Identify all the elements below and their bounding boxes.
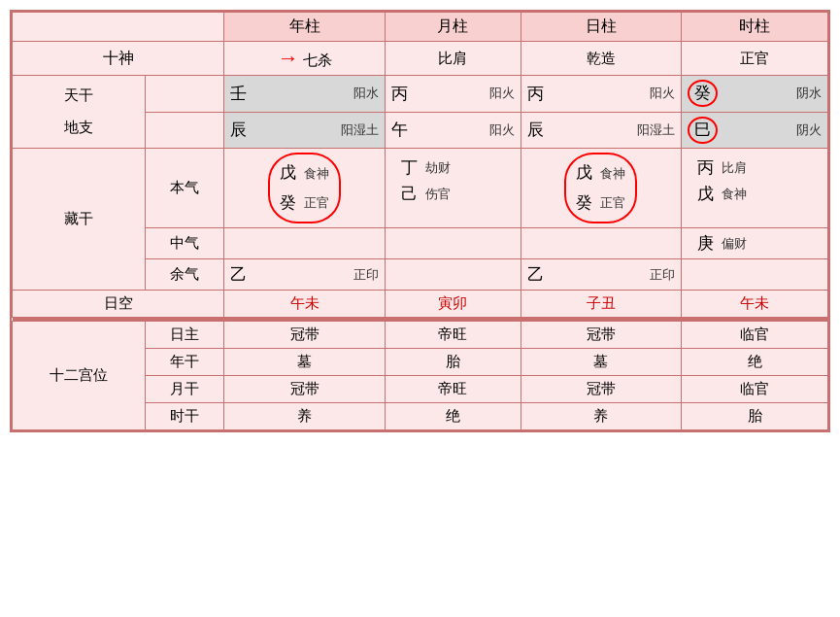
rikong-ri: 子丑 <box>521 291 682 318</box>
shier-rizhu-row: 十二宫位 日主 冠带 帝旺 冠带 临官 <box>13 322 828 349</box>
benqi-label: 本气 <box>146 149 224 228</box>
shier-nian-shigan: 养 <box>224 403 386 430</box>
shier-label: 十二宫位 <box>13 322 146 430</box>
rikong-nian: 午未 <box>224 291 386 318</box>
zanggan-nian-ben: 戊 食神 癸 正官 <box>224 149 386 228</box>
shishen-label: 十神 <box>13 42 224 76</box>
shishen-row: 十神 →七杀 比肩 乾造 正官 <box>13 42 828 76</box>
zanggan-shi-ben: 丙 比肩 戊 食神 <box>682 149 828 228</box>
col-header-yue: 月柱 <box>386 13 521 42</box>
shier-yue-rizhu: 帝旺 <box>386 322 521 349</box>
col-header-ri: 日柱 <box>521 13 682 42</box>
tiangan-nian: 壬 阳水 <box>224 76 386 113</box>
yuqi-label: 余气 <box>146 259 224 291</box>
dizhi-ri: 辰 阳湿土 <box>521 112 682 149</box>
tiangan-dizhi-label: 天干 地支 <box>13 76 146 149</box>
dizhi-nian: 辰 阳湿土 <box>224 112 386 149</box>
shier-yue-shigan: 绝 <box>386 403 521 430</box>
dizhi-shi: 巳 阴火 <box>682 112 828 149</box>
arrow-icon: → <box>278 46 299 71</box>
shier-ri-shigan: 养 <box>521 403 682 430</box>
zanggan-ri-zhong <box>521 228 682 259</box>
tiangan-sub-label <box>146 76 224 113</box>
zanggan-nian-yu: 乙 正印 <box>224 259 386 291</box>
shier-yuegan-label: 月干 <box>146 376 224 403</box>
shishen-nian: →七杀 <box>224 42 386 76</box>
shier-nian-rizhu: 冠带 <box>224 322 386 349</box>
rikong-shi: 午未 <box>682 291 828 318</box>
tiangan-ri: 丙 阳火 <box>521 76 682 113</box>
tiangan-shi: 癸 阴水 <box>682 76 828 113</box>
shier-ri-yuegan: 冠带 <box>521 376 682 403</box>
rikong-label: 日空 <box>13 291 224 318</box>
col-header-nian: 年柱 <box>224 13 386 42</box>
zanggan-ri-yu: 乙 正印 <box>521 259 682 291</box>
shier-ri-rizhu: 冠带 <box>521 322 682 349</box>
zanggan-ri-ben: 戊 食神 癸 正官 <box>521 149 682 228</box>
shier-shigan-label: 时干 <box>146 403 224 430</box>
bazi-table: 年柱 月柱 日柱 时柱 十神 →七杀 比肩 乾造 正官 天干 地支 壬 阳水 <box>12 12 828 430</box>
tiangan-yue: 丙 阳火 <box>386 76 521 113</box>
shier-yue-yuegan: 帝旺 <box>386 376 521 403</box>
shier-yue-niangan: 胎 <box>386 349 521 376</box>
shishen-yue: 比肩 <box>386 42 521 76</box>
shishen-shi: 正官 <box>682 42 828 76</box>
zhongqi-label: 中气 <box>146 228 224 259</box>
dizhi-yue: 午 阳火 <box>386 112 521 149</box>
zanggan-yue-yu <box>386 259 521 291</box>
zanggan-yue-ben: 丁 劫财 己 伤官 <box>386 149 521 228</box>
shier-shi-niangan: 绝 <box>682 349 828 376</box>
shier-nian-niangan: 墓 <box>224 349 386 376</box>
dizhi-shi-circled: 巳 <box>688 117 718 144</box>
shier-rizhu-label: 日主 <box>146 322 224 349</box>
zanggan-shi-yu <box>682 259 828 291</box>
shier-ri-niangan: 墓 <box>521 349 682 376</box>
shier-shi-shigan: 胎 <box>682 403 828 430</box>
dizhi-sub-label <box>146 112 224 149</box>
header-row: 年柱 月柱 日柱 时柱 <box>13 13 828 42</box>
zanggan-shi-zhong: 庚 偏财 <box>682 228 828 259</box>
shier-shi-rizhu: 临官 <box>682 322 828 349</box>
zanggan-label: 藏干 <box>13 149 146 291</box>
rikong-yue: 寅卯 <box>386 291 521 318</box>
tiangan-row: 天干 地支 壬 阳水 丙 阳火 丙 阳火 癸 <box>13 76 828 113</box>
shier-shi-yuegan: 临官 <box>682 376 828 403</box>
rikong-row: 日空 午未 寅卯 子丑 午未 <box>13 291 828 318</box>
zanggan-yue-zhong <box>386 228 521 259</box>
zanggan-benqi-row: 藏干 本气 戊 食神 癸 正官 丁 劫财 己 伤官 <box>13 149 828 228</box>
col-header-shi: 时柱 <box>682 13 828 42</box>
zanggan-nian-zhong <box>224 228 386 259</box>
shier-niangan-label: 年干 <box>146 349 224 376</box>
shishen-ri: 乾造 <box>521 42 682 76</box>
tiangan-shi-circled: 癸 <box>688 80 718 107</box>
shier-nian-yuegan: 冠带 <box>224 376 386 403</box>
